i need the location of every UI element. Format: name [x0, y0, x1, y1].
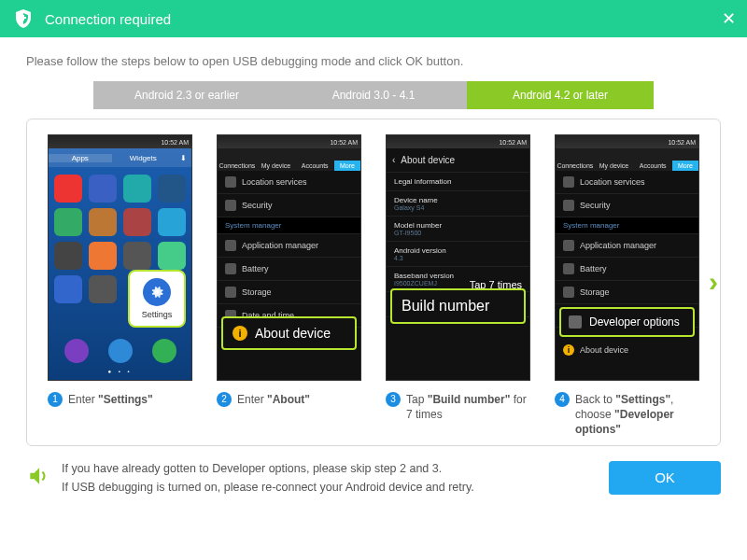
- settings-highlight: Settings: [128, 270, 186, 328]
- android-version-tabs: Android 2.3 or earlier Android 3.0 - 4.1…: [26, 81, 721, 109]
- phone-screenshot-3: 10:52 AM ‹About device Legal information…: [386, 134, 530, 381]
- shield-icon: [11, 7, 35, 31]
- footer-note: If you have already gotten to Developer …: [62, 459, 474, 497]
- info-icon: i: [233, 326, 247, 341]
- ok-button[interactable]: OK: [609, 461, 721, 495]
- gear-icon: [143, 278, 171, 306]
- step-4: 10:52 AM Connections My device Accounts …: [555, 134, 699, 438]
- step-3: 10:52 AM ‹About device Legal information…: [386, 134, 530, 438]
- tab-android-23[interactable]: Android 2.3 or earlier: [93, 81, 280, 109]
- instruction-text: Please follow the steps below to open US…: [26, 54, 721, 68]
- build-number-highlight: Build number: [390, 288, 526, 324]
- developer-options-highlight: Developer options: [559, 307, 695, 337]
- step-1-label: 1 Enter "Settings": [48, 392, 192, 407]
- step-2-label: 2 Enter "About": [217, 392, 361, 407]
- back-icon: ‹: [392, 155, 395, 165]
- tab-android-42[interactable]: Android 4.2 or later: [467, 81, 654, 109]
- close-icon[interactable]: ✕: [722, 8, 736, 29]
- info-icon: i: [563, 344, 574, 356]
- window-title: Connection required: [45, 11, 171, 27]
- svg-rect-1: [21, 17, 26, 19]
- phone-screenshot-1: 10:52 AM AppsWidgets⬇: [48, 134, 192, 381]
- footer: If you have already gotten to Developer …: [0, 446, 747, 497]
- speaker-icon: [26, 464, 50, 492]
- step-4-label: 4 Back to "Settings", choose "Developer …: [555, 392, 699, 438]
- tab-android-30[interactable]: Android 3.0 - 4.1: [280, 81, 467, 109]
- developer-icon: [569, 315, 582, 329]
- step-2: 10:52 AM Connections My device Accounts …: [217, 134, 361, 438]
- status-bar: 10:52 AM: [49, 135, 191, 148]
- step-1: 10:52 AM AppsWidgets⬇: [48, 134, 192, 438]
- title-bar: Connection required ✕: [0, 0, 747, 37]
- step-3-label: 3 Tap "Build number" for 7 times: [386, 392, 530, 422]
- phone-screenshot-2: 10:52 AM Connections My device Accounts …: [217, 134, 361, 381]
- phone-screenshot-4: 10:52 AM Connections My device Accounts …: [555, 134, 699, 381]
- steps-panel: 10:52 AM AppsWidgets⬇: [26, 119, 721, 446]
- next-arrow-icon[interactable]: ›: [705, 266, 722, 298]
- about-device-highlight: i About device: [221, 316, 357, 350]
